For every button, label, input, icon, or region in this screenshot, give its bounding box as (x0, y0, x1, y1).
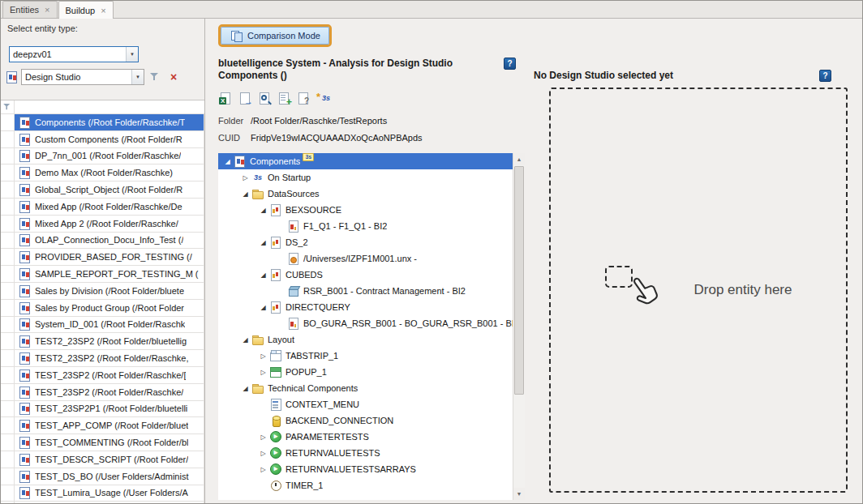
scroll-down-icon[interactable]: ▼ (513, 488, 525, 500)
comparison-mode-button[interactable]: Comparison Mode (221, 27, 329, 45)
tree-node[interactable]: ◢DS_2 (218, 234, 513, 250)
export-button[interactable]: → (238, 91, 252, 105)
tab-entities[interactable]: Entities× (2, 1, 58, 18)
help-icon[interactable]: ? (819, 70, 831, 82)
entity-cell[interactable]: TEST_APP_COMP (/Root Folder/bluet (15, 417, 204, 434)
tree-node[interactable]: /Universes/IZPF1M001.unx - (218, 250, 513, 267)
filter-edit-button[interactable] (147, 69, 163, 85)
entity-row[interactable]: TEST_Lumira_Usage (/User Folders/A (1, 485, 204, 502)
tree-node[interactable]: ◢CUBEDS (218, 267, 513, 283)
entity-row[interactable]: PROVIDER_BASED_FOR_TESTING (/ (1, 249, 204, 266)
entity-cell[interactable]: TEST_23SP2P1 (/Root Folder/bluetelli (15, 401, 204, 417)
tree-node[interactable]: ▷▸RETURNVALUETESTSARRAYS (218, 461, 513, 477)
entity-row[interactable]: TEST_DS_BO (/User Folders/Administ (1, 468, 204, 485)
zoom-button[interactable] (257, 91, 272, 105)
entity-cell[interactable]: OLAP_Connection_Docu_Info_Test (/ (15, 233, 204, 249)
entity-row[interactable]: SAMPLE_REPORT_FOR_TESTING_M ( (1, 266, 204, 283)
entity-row[interactable]: Global_Script_Object (/Root Folder/R (1, 182, 204, 199)
expander-expanded-icon[interactable]: ◢ (239, 336, 251, 344)
expander-collapsed-icon[interactable]: ▷ (257, 434, 269, 441)
entity-row[interactable]: Mixed App 2 (/Root Folder/Raschke/ (1, 216, 204, 233)
entity-cell[interactable]: TEST2_23SP2 (/Root Folder/Raschke, (15, 350, 204, 366)
combo-dropdown-icon[interactable]: ▼ (131, 70, 144, 84)
entity-row[interactable]: Mixed App (/Root Folder/Raschke/De (1, 199, 204, 216)
clear-filter-button[interactable]: × (165, 69, 182, 85)
entity-row[interactable]: TEST2_23SP2 (/Root Folder/bluetellig (1, 333, 204, 350)
entity-row[interactable]: System_ID_001 (/Root Folder/Raschk (1, 317, 204, 334)
help-doc-button[interactable]: ? (296, 91, 311, 105)
expander-collapsed-icon[interactable]: ▷ (257, 450, 269, 457)
tree-node[interactable]: ◢BEXSOURCE (218, 202, 513, 218)
entity-cell[interactable]: TEST_DS_BO (/User Folders/Administ (15, 468, 204, 485)
entity-row[interactable]: OLAP_Connection_Docu_Info_Test (/ (1, 233, 204, 250)
expander-expanded-icon[interactable]: ◢ (257, 271, 269, 279)
entity-cell[interactable]: Global_Script_Object (/Root Folder/R (15, 182, 204, 198)
entity-row[interactable]: Custom Components (/Root Folder/R (1, 131, 204, 148)
entity-cell[interactable]: Mixed App 2 (/Root Folder/Raschke/ (15, 216, 204, 232)
tree-node[interactable]: ▷▸RETURNVALUETESTS (218, 445, 513, 461)
entity-row[interactable]: TEST_ON_SMALL_INITIAL_VIEW (/Ro (1, 502, 204, 503)
system-combo[interactable]: deepzv01 ▼ (9, 46, 139, 62)
tree-node[interactable]: ◢DIRECTQUERY (218, 299, 513, 315)
entity-row[interactable]: TEST_23SP2 (/Root Folder/Raschke/ (1, 384, 204, 401)
tree-node[interactable]: ▷TABSTRIP_1 (218, 348, 513, 364)
entity-cell[interactable]: TEST_23SP2 (/Root Folder/Raschke/[ (15, 367, 204, 383)
entity-row[interactable]: Components (/Root Folder/Raschke/T (1, 114, 204, 131)
threes-star-button[interactable]: *3s (316, 91, 330, 105)
entity-row[interactable]: TEST_COMMENTING (/Root Folder/bl (1, 434, 204, 451)
tree-node[interactable]: BO_GURA_RSR_B001 - BO_GURA_RSR_B001 - BI… (218, 315, 513, 331)
entity-cell[interactable]: Demo Max (/Root Folder/Raschke) (15, 164, 204, 181)
entity-cell[interactable]: TEST_23SP2 (/Root Folder/Raschke/ (15, 384, 204, 400)
entity-row[interactable]: Sales by Division (/Root Folder/bluete (1, 283, 204, 300)
tree-node[interactable]: ◢Layout (218, 331, 513, 348)
entity-cell[interactable]: System_ID_001 (/Root Folder/Raschk (15, 317, 204, 333)
tree-node[interactable]: TIMER_1 (218, 477, 513, 493)
entity-row[interactable]: TEST_DESCR_SCRIPT (/Root Folder/ (1, 451, 204, 468)
entity-row[interactable]: DP_7nn_001 (/Root Folder/Raschke/ (1, 148, 204, 165)
tree-node[interactable]: CONTEXT_MENU (218, 396, 513, 412)
entity-cell[interactable]: SAMPLE_REPORT_FOR_TESTING_M ( (15, 266, 204, 282)
tree-node[interactable]: ▷▸PARAMETERTESTS (218, 429, 513, 445)
tree-node[interactable]: ▷POPUP_1 (218, 364, 513, 380)
export-table-button[interactable]: + (277, 91, 291, 105)
export-excel-button[interactable]: X (218, 91, 233, 105)
expander-collapsed-icon[interactable]: ▷ (257, 369, 269, 376)
expander-expanded-icon[interactable]: ◢ (239, 385, 251, 392)
entity-cell[interactable]: DP_7nn_001 (/Root Folder/Raschke/ (15, 148, 204, 164)
drop-zone[interactable]: Drop entity here (549, 88, 848, 493)
expander-expanded-icon[interactable]: ◢ (257, 304, 269, 311)
entity-cell[interactable]: TEST_ON_SMALL_INITIAL_VIEW (/Ro (15, 502, 204, 503)
tree-node[interactable]: ◢Components3s (218, 153, 513, 169)
entity-cell[interactable]: Custom Components (/Root Folder/R (15, 131, 204, 147)
tree-node[interactable]: ◢DataSources (218, 186, 513, 202)
entity-type-combo[interactable]: Design Studio ▼ (21, 69, 144, 85)
tree-node[interactable]: RSR_B001 - Contract Management - BI2 (218, 283, 513, 299)
tree-node[interactable]: ▷3sOn Startup (218, 169, 513, 186)
entity-row[interactable]: TEST_23SP2P1 (/Root Folder/bluetelli (1, 401, 204, 418)
tree-node[interactable]: BACKEND_CONNECTION (218, 412, 513, 429)
entity-cell[interactable]: TEST_Lumira_Usage (/User Folders/A (15, 485, 204, 502)
entity-row[interactable]: Sales by Product Group (/Root Folder (1, 300, 204, 317)
combo-dropdown-icon[interactable]: ▼ (126, 47, 138, 62)
close-tab-icon[interactable]: × (101, 6, 105, 15)
expander-collapsed-icon[interactable]: ▷ (257, 466, 269, 473)
expander-expanded-icon[interactable]: ◢ (257, 239, 269, 246)
close-tab-icon[interactable]: × (45, 6, 49, 14)
entity-row[interactable]: TEST2_23SP2 (/Root Folder/Raschke, (1, 350, 204, 367)
help-icon[interactable]: ? (504, 58, 516, 70)
entity-cell[interactable]: Mixed App (/Root Folder/Raschke/De (15, 199, 204, 215)
entity-cell[interactable]: Sales by Division (/Root Folder/bluete (15, 283, 204, 299)
auto-filter-row[interactable] (1, 100, 204, 114)
entity-cell[interactable]: TEST_DESCR_SCRIPT (/Root Folder/ (15, 451, 204, 468)
expander-collapsed-icon[interactable]: ▷ (257, 352, 269, 360)
scroll-up-icon[interactable]: ▲ (513, 153, 525, 165)
expander-expanded-icon[interactable]: ◢ (221, 158, 234, 165)
tab-buildup[interactable]: Buildup× (58, 1, 114, 19)
tree-node[interactable]: F1_Q1 - F1_Q1 - BI2 (218, 218, 513, 234)
entity-cell[interactable]: TEST_COMMENTING (/Root Folder/bl (15, 434, 204, 451)
entity-row[interactable]: TEST_APP_COMP (/Root Folder/bluet (1, 417, 204, 434)
expander-collapsed-icon[interactable]: ▷ (239, 174, 251, 182)
tree-node[interactable]: ◢Technical Components (218, 380, 513, 396)
expander-expanded-icon[interactable]: ◢ (257, 207, 269, 214)
entity-cell[interactable]: PROVIDER_BASED_FOR_TESTING (/ (15, 249, 204, 265)
